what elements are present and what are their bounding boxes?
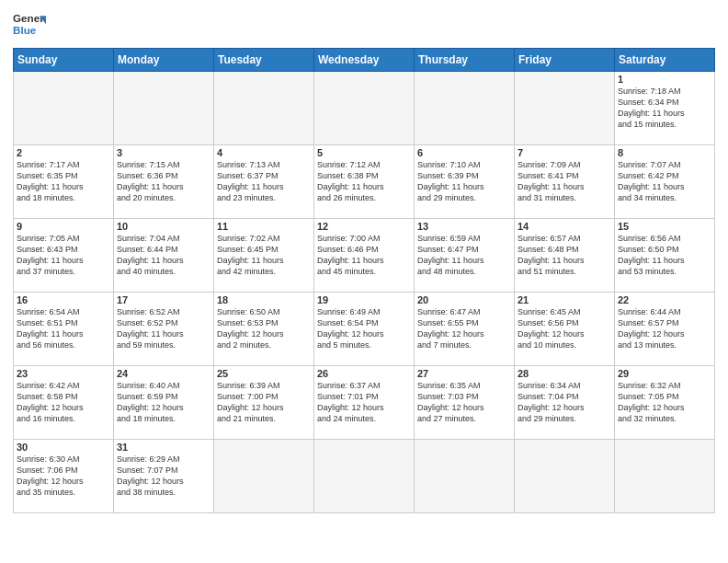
day-number: 21 (518, 294, 611, 305)
day-header-sunday: Sunday (14, 49, 114, 72)
calendar-cell (515, 440, 615, 513)
day-info: Sunrise: 6:56 AM Sunset: 6:50 PM Dayligh… (618, 233, 711, 278)
calendar-table: SundayMondayTuesdayWednesdayThursdayFrid… (13, 48, 715, 513)
calendar-cell: 26Sunrise: 6:37 AM Sunset: 7:01 PM Dayli… (314, 366, 415, 440)
day-number: 30 (17, 442, 110, 453)
calendar-cell: 10Sunrise: 7:04 AM Sunset: 6:44 PM Dayli… (114, 219, 214, 293)
day-number: 12 (317, 221, 411, 232)
day-info: Sunrise: 6:52 AM Sunset: 6:52 PM Dayligh… (117, 306, 210, 351)
svg-text:General: General (13, 12, 46, 24)
day-info: Sunrise: 6:45 AM Sunset: 6:56 PM Dayligh… (518, 306, 611, 351)
day-info: Sunrise: 6:29 AM Sunset: 7:07 PM Dayligh… (117, 454, 210, 499)
day-info: Sunrise: 7:13 AM Sunset: 6:37 PM Dayligh… (217, 159, 311, 204)
day-header-saturday: Saturday (615, 49, 715, 72)
day-info: Sunrise: 6:54 AM Sunset: 6:51 PM Dayligh… (17, 306, 110, 351)
calendar-page: General Blue SundayMondayTuesdayWednesda… (0, 0, 728, 563)
calendar-cell (415, 72, 515, 145)
calendar-week-2: 9Sunrise: 7:05 AM Sunset: 6:43 PM Daylig… (14, 219, 715, 293)
day-number: 11 (217, 221, 311, 232)
calendar-cell: 19Sunrise: 6:49 AM Sunset: 6:54 PM Dayli… (314, 293, 415, 366)
calendar-week-5: 30Sunrise: 6:30 AM Sunset: 7:06 PM Dayli… (14, 440, 715, 513)
day-info: Sunrise: 7:07 AM Sunset: 6:42 PM Dayligh… (618, 159, 711, 204)
day-info: Sunrise: 7:10 AM Sunset: 6:39 PM Dayligh… (417, 159, 511, 204)
day-number: 10 (117, 221, 210, 232)
day-number: 8 (618, 147, 711, 158)
calendar-cell: 14Sunrise: 6:57 AM Sunset: 6:48 PM Dayli… (515, 219, 615, 293)
day-number: 1 (618, 74, 711, 85)
day-number: 6 (417, 147, 511, 158)
calendar-cell: 17Sunrise: 6:52 AM Sunset: 6:52 PM Dayli… (114, 293, 214, 366)
day-info: Sunrise: 7:00 AM Sunset: 6:46 PM Dayligh… (317, 233, 411, 278)
calendar-cell (214, 440, 314, 513)
day-number: 13 (417, 221, 511, 232)
calendar-cell (214, 72, 314, 145)
day-info: Sunrise: 6:32 AM Sunset: 7:05 PM Dayligh… (618, 380, 711, 425)
calendar-cell (515, 72, 615, 145)
day-header-friday: Friday (515, 49, 615, 72)
day-number: 7 (518, 147, 611, 158)
day-number: 27 (417, 368, 511, 379)
day-number: 17 (117, 294, 210, 305)
day-number: 24 (117, 368, 210, 379)
day-info: Sunrise: 6:50 AM Sunset: 6:53 PM Dayligh… (217, 306, 311, 351)
day-number: 23 (17, 368, 110, 379)
calendar-header-row: SundayMondayTuesdayWednesdayThursdayFrid… (14, 49, 715, 72)
calendar-cell: 7Sunrise: 7:09 AM Sunset: 6:41 PM Daylig… (515, 145, 615, 219)
day-info: Sunrise: 7:05 AM Sunset: 6:43 PM Dayligh… (17, 233, 110, 278)
day-info: Sunrise: 7:17 AM Sunset: 6:35 PM Dayligh… (17, 159, 110, 204)
day-number: 29 (618, 368, 711, 379)
calendar-cell (314, 72, 415, 145)
day-info: Sunrise: 6:30 AM Sunset: 7:06 PM Dayligh… (17, 454, 110, 499)
day-number: 22 (618, 294, 711, 305)
day-number: 16 (17, 294, 110, 305)
calendar-cell: 23Sunrise: 6:42 AM Sunset: 6:58 PM Dayli… (14, 366, 114, 440)
day-info: Sunrise: 7:09 AM Sunset: 6:41 PM Dayligh… (518, 159, 611, 204)
calendar-cell: 12Sunrise: 7:00 AM Sunset: 6:46 PM Dayli… (314, 219, 415, 293)
calendar-week-1: 2Sunrise: 7:17 AM Sunset: 6:35 PM Daylig… (14, 145, 715, 219)
header: General Blue (13, 9, 715, 42)
day-header-tuesday: Tuesday (214, 49, 314, 72)
day-number: 19 (317, 294, 411, 305)
calendar-cell: 1Sunrise: 7:18 AM Sunset: 6:34 PM Daylig… (615, 72, 715, 145)
day-info: Sunrise: 6:37 AM Sunset: 7:01 PM Dayligh… (317, 380, 411, 425)
day-info: Sunrise: 7:02 AM Sunset: 6:45 PM Dayligh… (217, 233, 311, 278)
day-info: Sunrise: 6:44 AM Sunset: 6:57 PM Dayligh… (618, 306, 711, 351)
calendar-cell (14, 72, 114, 145)
day-number: 26 (317, 368, 411, 379)
logo: General Blue (13, 9, 46, 42)
calendar-cell: 8Sunrise: 7:07 AM Sunset: 6:42 PM Daylig… (615, 145, 715, 219)
day-number: 4 (217, 147, 311, 158)
day-header-wednesday: Wednesday (314, 49, 415, 72)
calendar-cell: 22Sunrise: 6:44 AM Sunset: 6:57 PM Dayli… (615, 293, 715, 366)
calendar-cell: 16Sunrise: 6:54 AM Sunset: 6:51 PM Dayli… (14, 293, 114, 366)
calendar-cell: 9Sunrise: 7:05 AM Sunset: 6:43 PM Daylig… (14, 219, 114, 293)
calendar-cell: 25Sunrise: 6:39 AM Sunset: 7:00 PM Dayli… (214, 366, 314, 440)
calendar-cell: 24Sunrise: 6:40 AM Sunset: 6:59 PM Dayli… (114, 366, 214, 440)
day-number: 20 (417, 294, 511, 305)
calendar-cell: 21Sunrise: 6:45 AM Sunset: 6:56 PM Dayli… (515, 293, 615, 366)
calendar-cell: 31Sunrise: 6:29 AM Sunset: 7:07 PM Dayli… (114, 440, 214, 513)
calendar-cell: 27Sunrise: 6:35 AM Sunset: 7:03 PM Dayli… (415, 366, 515, 440)
calendar-week-0: 1Sunrise: 7:18 AM Sunset: 6:34 PM Daylig… (14, 72, 715, 145)
generalblue-logo-icon: General Blue (13, 9, 46, 42)
day-info: Sunrise: 6:35 AM Sunset: 7:03 PM Dayligh… (417, 380, 511, 425)
day-number: 5 (317, 147, 411, 158)
day-number: 31 (117, 442, 210, 453)
day-info: Sunrise: 6:47 AM Sunset: 6:55 PM Dayligh… (417, 306, 511, 351)
day-info: Sunrise: 6:49 AM Sunset: 6:54 PM Dayligh… (317, 306, 411, 351)
day-info: Sunrise: 6:57 AM Sunset: 6:48 PM Dayligh… (518, 233, 611, 278)
calendar-cell: 4Sunrise: 7:13 AM Sunset: 6:37 PM Daylig… (214, 145, 314, 219)
day-info: Sunrise: 7:04 AM Sunset: 6:44 PM Dayligh… (117, 233, 210, 278)
day-info: Sunrise: 7:15 AM Sunset: 6:36 PM Dayligh… (117, 159, 210, 204)
day-number: 3 (117, 147, 210, 158)
day-info: Sunrise: 6:59 AM Sunset: 6:47 PM Dayligh… (417, 233, 511, 278)
day-number: 25 (217, 368, 311, 379)
calendar-cell: 28Sunrise: 6:34 AM Sunset: 7:04 PM Dayli… (515, 366, 615, 440)
day-number: 28 (518, 368, 611, 379)
calendar-cell: 18Sunrise: 6:50 AM Sunset: 6:53 PM Dayli… (214, 293, 314, 366)
calendar-cell: 13Sunrise: 6:59 AM Sunset: 6:47 PM Dayli… (415, 219, 515, 293)
day-info: Sunrise: 6:39 AM Sunset: 7:00 PM Dayligh… (217, 380, 311, 425)
calendar-cell: 20Sunrise: 6:47 AM Sunset: 6:55 PM Dayli… (415, 293, 515, 366)
calendar-week-3: 16Sunrise: 6:54 AM Sunset: 6:51 PM Dayli… (14, 293, 715, 366)
day-info: Sunrise: 6:40 AM Sunset: 6:59 PM Dayligh… (117, 380, 210, 425)
